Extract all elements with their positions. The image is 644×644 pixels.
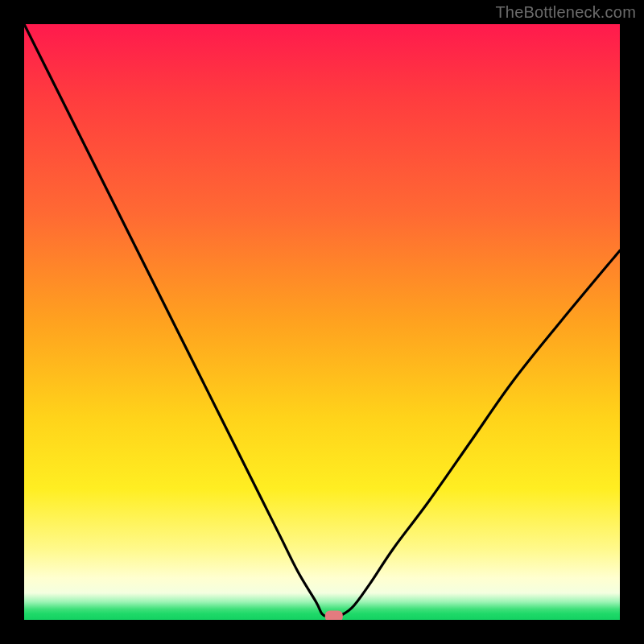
- plot-area: [24, 24, 620, 620]
- watermark-text: TheBottleneck.com: [495, 3, 636, 22]
- bottleneck-curve: [24, 24, 620, 617]
- min-marker: [325, 611, 343, 620]
- chart-frame: TheBottleneck.com: [0, 0, 644, 644]
- curve-layer: [24, 24, 620, 620]
